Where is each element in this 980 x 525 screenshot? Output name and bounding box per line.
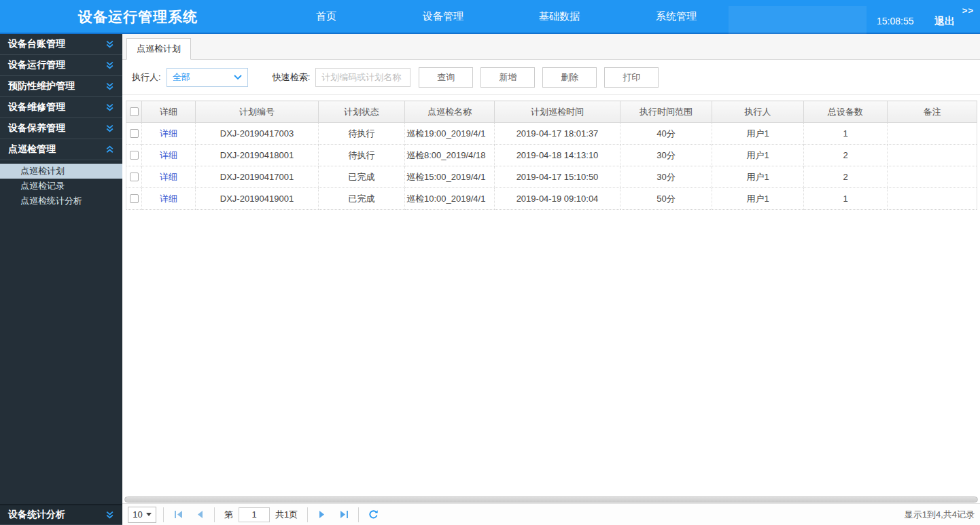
detail-link[interactable]: 详细: [160, 128, 177, 139]
expand-arrows-icon[interactable]: >>: [962, 5, 974, 16]
row-checkbox[interactable]: [130, 151, 139, 160]
caret-down-icon: [146, 513, 152, 516]
chevron-double-down-icon: [105, 511, 114, 520]
cell-executor: 用户1: [712, 166, 804, 188]
detail-link[interactable]: 详细: [160, 194, 177, 204]
row-checkbox[interactable]: [130, 173, 139, 181]
col-header-range: 执行时间范围: [620, 101, 712, 123]
last-page-button[interactable]: [336, 507, 351, 522]
quick-search-input[interactable]: [315, 68, 410, 87]
filter-bar: 执行人: 全部 快速检索: 查询 新增 删除 打印: [122, 60, 980, 95]
row-checkbox[interactable]: [130, 194, 139, 203]
cell-remark: [888, 123, 977, 145]
quick-search-label: 快速检索:: [273, 71, 311, 84]
main-content: 点巡检计划 执行人: 全部 快速检索: 查询 新增 删除 打印 详细: [122, 34, 980, 525]
col-header-time: 计划巡检时间: [495, 101, 620, 123]
cell-name: 巡检10:00_2019/4/1: [405, 188, 495, 210]
cell-time: 2019-04-17 15:10:50: [495, 166, 620, 188]
top-navbar: 设备运行管理系统 首页 设备管理 基础数据 系统管理 15:08:55 退出 >…: [0, 0, 980, 34]
detail-link[interactable]: 详细: [160, 172, 177, 182]
scrollbar-thumb[interactable]: [124, 496, 978, 503]
cell-executor: 用户1: [712, 145, 804, 166]
cell-plan-no: DXJ-20190417003: [196, 123, 319, 145]
row-checkbox[interactable]: [130, 129, 139, 138]
nav-highlight: [729, 6, 867, 34]
cell-detail: 详细: [142, 123, 196, 145]
sidebar-item-preventive[interactable]: 预防性维护管理: [0, 76, 122, 97]
cell-detail: 详细: [142, 145, 196, 166]
divider: [307, 507, 308, 522]
cell-devices: 1: [804, 188, 888, 210]
col-header-plan-no: 计划编号: [196, 101, 319, 123]
cell-time: 2019-04-17 18:01:37: [495, 123, 620, 145]
tab-inspection-plan[interactable]: 点巡检计划: [126, 38, 191, 60]
tab-bar: 点巡检计划: [122, 34, 980, 60]
nav-item-equipment[interactable]: 设备管理: [423, 10, 463, 23]
divider: [358, 507, 359, 522]
page-input[interactable]: [239, 507, 270, 522]
cell-status: 待执行: [319, 145, 405, 166]
first-page-button[interactable]: [171, 507, 186, 522]
cell-name: 巡检15:00_2019/4/1: [405, 166, 495, 188]
executor-select[interactable]: 全部: [167, 68, 248, 87]
nav-item-home[interactable]: 首页: [316, 10, 336, 23]
horizontal-scrollbar[interactable]: [122, 496, 980, 503]
record-summary: 显示1到4,共4记录: [905, 509, 975, 521]
cell-detail: 详细: [142, 166, 196, 188]
table-row: 详细 DXJ-20190419001 已完成 巡检10:00_2019/4/1 …: [126, 188, 977, 210]
logout-button[interactable]: 退出: [934, 15, 955, 28]
sidebar-item-inspection-stats[interactable]: 点巡检统计分析: [0, 194, 122, 209]
select-all-checkbox[interactable]: [130, 107, 139, 116]
inspection-plan-table: 详细 计划编号 计划状态 点巡检名称 计划巡检时间 执行时间范围 执行人 总设备…: [126, 101, 977, 210]
sidebar-item-repair[interactable]: 设备维修管理: [0, 97, 122, 118]
sidebar: 设备台账管理 设备运行管理 预防性维护管理 设备维修管理 设备保养管理 点巡检管…: [0, 34, 122, 525]
header-row: 详细 计划编号 计划状态 点巡检名称 计划巡检时间 执行时间范围 执行人 总设备…: [126, 101, 977, 123]
nav-item-basedata[interactable]: 基础数据: [539, 10, 580, 23]
chevron-double-up-icon: [105, 145, 114, 154]
sidebar-item-ledger[interactable]: 设备台账管理: [0, 34, 122, 55]
next-page-icon: [319, 510, 326, 519]
detail-link[interactable]: 详细: [160, 150, 177, 160]
col-header-detail: 详细: [142, 101, 196, 123]
cell-time: 2019-04-19 09:10:04: [495, 188, 620, 210]
cell-checkbox: [126, 188, 142, 210]
sidebar-item-maintenance[interactable]: 设备保养管理: [0, 118, 122, 139]
app-title: 设备运行管理系统: [78, 7, 198, 26]
add-button[interactable]: 新增: [480, 67, 535, 88]
cell-remark: [888, 188, 977, 210]
cell-executor: 用户1: [712, 188, 804, 210]
sidebar-item-inspection[interactable]: 点巡检管理: [0, 139, 122, 160]
chevron-double-down-icon: [105, 82, 114, 91]
delete-button[interactable]: 删除: [542, 67, 597, 88]
cell-devices: 2: [804, 166, 888, 188]
table-area: 详细 计划编号 计划状态 点巡检名称 计划巡检时间 执行时间范围 执行人 总设备…: [122, 95, 980, 496]
page-size-value: 10: [133, 509, 142, 520]
cell-range: 50分: [620, 188, 712, 210]
sidebar-item-inspection-plan[interactable]: 点巡检计划: [0, 164, 122, 179]
refresh-button[interactable]: [366, 507, 381, 522]
col-header-devices: 总设备数: [804, 101, 888, 123]
col-header-status: 计划状态: [319, 101, 405, 123]
cell-plan-no: DXJ-20190417001: [196, 166, 319, 188]
cell-checkbox: [126, 145, 142, 166]
sidebar-item-device-stats[interactable]: 设备统计分析: [0, 504, 122, 525]
cell-devices: 2: [804, 145, 888, 166]
next-page-button[interactable]: [315, 507, 330, 522]
last-page-icon: [340, 510, 349, 519]
print-button[interactable]: 打印: [604, 67, 659, 88]
sidebar-item-operation[interactable]: 设备运行管理: [0, 55, 122, 76]
nav-item-system[interactable]: 系统管理: [656, 10, 697, 23]
table-row: 详细 DXJ-20190418001 待执行 巡检8:00_2019/4/18 …: [126, 145, 977, 166]
sidebar-item-inspection-record[interactable]: 点巡检记录: [0, 179, 122, 194]
cell-checkbox: [126, 123, 142, 145]
query-button[interactable]: 查询: [419, 67, 473, 88]
pagination-bar: 10 第 共1页 显示1到4,共4记录: [122, 503, 980, 525]
cell-status: 已完成: [319, 166, 405, 188]
cell-remark: [888, 166, 977, 188]
page-size-select[interactable]: 10: [128, 507, 156, 523]
total-pages-label: 共1页: [275, 509, 298, 521]
cell-checkbox: [126, 166, 142, 188]
prev-page-button[interactable]: [192, 507, 207, 522]
cell-status: 待执行: [319, 123, 405, 145]
col-header-remark: 备注: [888, 101, 977, 123]
